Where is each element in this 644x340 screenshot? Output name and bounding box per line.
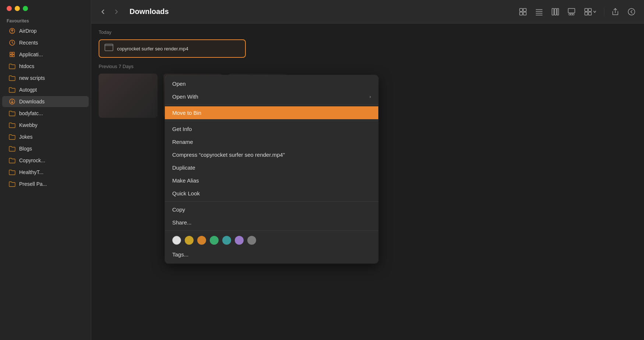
sidebar-item-label: new scripts [19,75,45,81]
svg-rect-4 [523,8,526,11]
context-menu-open[interactable]: Open [165,77,378,90]
svg-rect-18 [585,8,588,11]
traffic-lights [0,0,91,15]
folder-icon [9,181,15,187]
svg-rect-5 [520,12,523,15]
applications-icon [9,51,15,58]
selected-file-item[interactable]: copyrocket surfer seo render.mp4 [99,39,246,58]
sidebar-item-blogs[interactable]: Blogs [2,143,89,154]
gallery-view-button[interactable] [565,5,578,18]
context-menu-overlay: Open Open With › Move to Bin Get Info [165,75,378,263]
context-menu-open-with[interactable]: Open With › [165,90,378,103]
sidebar-item-label: Recents [19,40,38,46]
recents-icon [9,39,15,46]
tag-white[interactable] [172,236,181,245]
folder-icon [9,86,15,93]
page-title: Downloads [130,7,512,16]
favourites-label: Favourites [0,15,91,25]
tag-green[interactable] [210,236,219,245]
sidebar-item-label: htdocs [19,63,34,69]
history-back-button[interactable] [625,5,638,18]
context-menu-get-info[interactable]: Get Info [165,123,378,135]
context-menu-tags[interactable]: Tags... [165,248,378,261]
folder-icon [9,145,15,152]
context-menu-compress[interactable]: Compress “copyrocket surfer seo render.m… [165,148,378,161]
separator-1 [165,105,378,105]
sidebar-item-jokes[interactable]: Jokes [2,131,89,142]
sidebar-item-label: Kwebby [19,122,38,128]
sidebar-item-label: Blogs [19,146,32,152]
grid-view-button[interactable] [516,5,530,18]
list-view-button[interactable] [532,5,546,18]
svg-rect-19 [588,8,591,11]
sidebar-item-copyrock[interactable]: Copyrock... [2,155,89,166]
svg-point-22 [628,8,635,15]
sidebar-item-htdocs[interactable]: htdocs [2,61,89,72]
svg-rect-13 [557,8,559,15]
selected-file-name: copyrocket surfer seo render.mp4 [117,46,188,52]
svg-rect-12 [555,8,556,15]
column-view-button[interactable] [549,5,562,18]
close-button[interactable] [7,6,12,11]
tag-teal[interactable] [222,236,231,245]
svg-rect-14 [568,8,575,13]
svg-rect-16 [571,14,572,15]
tag-orange[interactable] [197,236,206,245]
minimize-button[interactable] [15,6,20,11]
file-thumb-1[interactable] [99,74,158,118]
sidebar-item-label: HealthyT... [19,169,43,175]
sidebar-item-presell[interactable]: Presell Pa... [2,178,89,190]
svg-rect-15 [569,14,570,15]
separator-3 [165,201,378,202]
context-menu-quick-look[interactable]: Quick Look [165,187,378,200]
folder-icon [9,169,15,176]
toolbar: Downloads [91,0,644,24]
sidebar-item-kwebby[interactable]: Kwebby [2,120,89,131]
sidebar-item-label: Jokes [19,134,33,140]
context-menu-duplicate[interactable]: Duplicate [165,161,378,174]
sidebar-item-new-scripts[interactable]: new scripts [2,72,89,84]
svg-rect-24 [105,44,113,46]
folder-icon [9,75,15,81]
context-menu-rename[interactable]: Rename [165,135,378,148]
chevron-right-icon: › [369,94,371,99]
context-menu-share[interactable]: Share... [165,216,378,229]
sidebar-item-label: Presell Pa... [19,181,47,187]
nav-buttons [97,6,122,18]
sidebar-item-airdrop[interactable]: AirDrop [2,25,89,36]
tag-yellow[interactable] [185,236,194,245]
sidebar-item-autogpt[interactable]: Autogpt [2,84,89,95]
sidebar-item-recents[interactable]: Recents [2,37,89,48]
video-file-icon [105,44,113,53]
context-menu-tag-colors [165,232,378,248]
folder-icon [9,122,15,128]
context-menu-move-to-bin[interactable]: Move to Bin [165,106,378,119]
tag-gray[interactable] [247,236,256,245]
context-menu: Open Open With › Move to Bin Get Info [165,75,378,263]
back-button[interactable] [97,6,109,18]
sidebar-item-applications[interactable]: Applicati... [2,49,89,60]
sidebar-item-downloads[interactable]: Downloads [2,96,89,107]
sort-button[interactable] [581,5,599,18]
svg-rect-20 [585,12,588,15]
separator-2 [165,121,378,121]
folder-icon [9,157,15,164]
share-button[interactable] [609,5,622,18]
svg-rect-21 [588,12,591,15]
main-content: Downloads [91,0,644,340]
svg-rect-17 [573,14,574,15]
sidebar-item-bodyfatc[interactable]: bodyfatc... [2,108,89,119]
previous-label: Previous 7 Days [99,64,637,69]
context-menu-make-alias[interactable]: Make Alias [165,174,378,187]
maximize-button[interactable] [23,6,28,11]
today-label: Today [99,29,637,35]
folder-icon [9,134,15,140]
context-menu-copy[interactable]: Copy [165,203,378,216]
tag-purple[interactable] [235,236,244,245]
sidebar-item-healthyt[interactable]: HealthyT... [2,167,89,178]
downloads-icon [9,98,15,105]
svg-rect-3 [520,8,523,11]
sidebar-item-label: Applicati... [19,52,43,57]
forward-button[interactable] [110,6,122,18]
sidebar-item-label: AirDrop [19,28,36,34]
